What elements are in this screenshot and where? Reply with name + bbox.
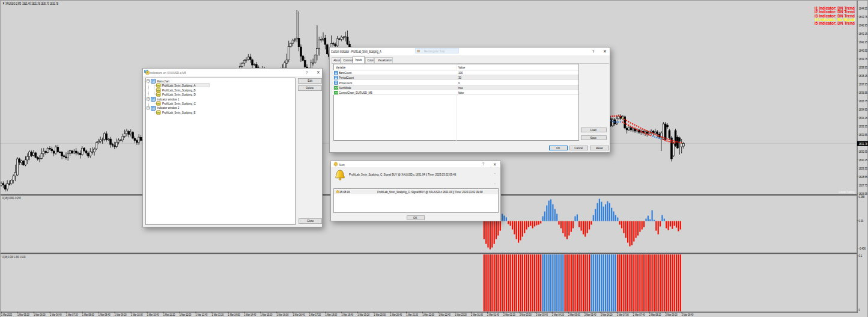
svg-text:2 Mar 07:40: 2 Mar 07:40	[633, 313, 645, 316]
svg-text:2 Mar 01:00: 2 Mar 01:00	[471, 313, 483, 316]
svg-text:2 Mar 07:00: 2 Mar 07:00	[617, 313, 629, 316]
svg-text:0.1: 0.1	[859, 254, 863, 257]
svg-text:2 Mar 05:00: 2 Mar 05:00	[568, 313, 580, 316]
svg-text:1834.15: 1834.15	[859, 116, 868, 120]
svg-text:1828.55: 1828.55	[859, 175, 868, 179]
svg-text:1 Mar 10:00: 1 Mar 10:00	[131, 313, 143, 316]
svg-text:1840.55: 1840.55	[859, 49, 868, 52]
svg-text:1 Mar 06:40: 1 Mar 06:40	[50, 313, 62, 316]
svg-text:1 Mar 22:40: 1 Mar 22:40	[439, 313, 451, 316]
svg-text:1837.35: 1837.35	[859, 82, 868, 86]
svg-text:2 Mar 02:20: 2 Mar 02:20	[503, 313, 515, 316]
svg-text:O(18) 0.000 1.000 -0.139: O(18) 0.000 1.000 -0.139	[2, 254, 26, 259]
svg-text:2 Mar 04:20: 2 Mar 04:20	[552, 313, 564, 316]
svg-text:2 Mar 06:20: 2 Mar 06:20	[601, 313, 613, 316]
svg-text:▼ XAUUSD.c,M5 1831.40 1831.78: ▼ XAUUSD.c,M5 1831.40 1831.78 1830.70 18…	[2, 1, 58, 5]
svg-text:1 Mar 09:20: 1 Mar 09:20	[115, 313, 127, 316]
svg-text:2 Mar 03:40: 2 Mar 03:40	[536, 313, 548, 316]
svg-text:2 Mar 09:00: 2 Mar 09:00	[666, 313, 678, 316]
svg-text:1833.35: 1833.35	[859, 125, 868, 128]
svg-text:1 Mar 07:20: 1 Mar 07:20	[66, 313, 78, 316]
svg-text:1838.95: 1838.95	[859, 66, 868, 69]
svg-text:1 Mar 18:40: 1 Mar 18:40	[341, 313, 353, 316]
svg-text:1 Mar 13:20: 1 Mar 13:20	[212, 313, 224, 316]
svg-text:1829.35: 1829.35	[859, 167, 868, 170]
svg-text:i5 Indicator: DN Trend: i5 Indicator: DN Trend	[815, 21, 855, 25]
svg-text:1 Mar 20:00: 1 Mar 20:00	[374, 313, 386, 316]
svg-text:0.00: 0.00	[859, 219, 864, 223]
svg-text:2 Mar 08:20: 2 Mar 08:20	[649, 313, 661, 316]
svg-text:1834.95: 1834.95	[859, 108, 868, 111]
svg-text:1 Mar 21:20: 1 Mar 21:20	[406, 313, 418, 316]
svg-text:1842.15: 1842.15	[859, 32, 868, 35]
svg-text:1 Mar 08:40: 1 Mar 08:40	[99, 313, 111, 316]
svg-text:Litoral Trading: Litoral Trading	[839, 189, 855, 194]
svg-text:1 Mar 15:20: 1 Mar 15:20	[261, 313, 273, 316]
svg-text:1 Mar 06:00: 1 Mar 06:00	[34, 313, 46, 316]
svg-text:1841.35: 1841.35	[859, 40, 868, 44]
svg-text:1 Mar 14:40: 1 Mar 14:40	[244, 313, 256, 316]
svg-text:1831.78: 1831.78	[859, 142, 868, 146]
svg-text:1844.55: 1844.55	[859, 7, 868, 10]
svg-text:1838.15: 1838.15	[859, 74, 868, 78]
svg-text:1836.55: 1836.55	[859, 91, 868, 94]
svg-text:1 Mar 2023: 1 Mar 2023	[1, 313, 12, 316]
svg-text:2 Mar 01:40: 2 Mar 01:40	[487, 313, 499, 316]
svg-text:1 Mar 16:40: 1 Mar 16:40	[293, 313, 305, 316]
svg-text:1 Mar 18:00: 1 Mar 18:00	[325, 313, 337, 316]
svg-text:1 Mar 08:00: 1 Mar 08:00	[82, 313, 94, 316]
svg-text:1 Mar 12:00: 1 Mar 12:00	[180, 313, 192, 316]
svg-text:-0.406: -0.406	[859, 247, 866, 250]
svg-text:1830.95: 1830.95	[859, 150, 868, 153]
svg-text:0.388: 0.388	[859, 195, 865, 199]
svg-text:1 Mar 05:20: 1 Mar 05:20	[17, 313, 29, 316]
svg-text:1 Mar 14:00: 1 Mar 14:00	[228, 313, 240, 316]
svg-text:1 Mar 22:00: 1 Mar 22:00	[422, 313, 434, 316]
svg-text:1843.75: 1843.75	[859, 15, 868, 19]
svg-text:1842.95: 1842.95	[859, 23, 868, 27]
svg-text:1 Mar 19:20: 1 Mar 19:20	[357, 313, 369, 316]
svg-text:1 Mar 16:00: 1 Mar 16:00	[277, 313, 289, 316]
svg-text:1 Mar 11:20: 1 Mar 11:20	[163, 313, 175, 316]
svg-text:1 Mar 20:40: 1 Mar 20:40	[390, 313, 402, 316]
svg-text:1 Mar 12:40: 1 Mar 12:40	[196, 313, 208, 316]
svg-text:1 Mar 23:20: 1 Mar 23:20	[455, 313, 467, 316]
svg-text:1 Mar 10:40: 1 Mar 10:40	[147, 313, 159, 316]
svg-text:2 Mar 05:40: 2 Mar 05:40	[584, 313, 596, 316]
svg-text:1830.15: 1830.15	[859, 158, 868, 162]
svg-text:2 Mar 09:40: 2 Mar 09:40	[682, 313, 694, 316]
svg-text:2 Mar 03:00: 2 Mar 03:00	[520, 313, 532, 316]
svg-text:1839.75: 1839.75	[859, 57, 868, 61]
svg-text:1827.75: 1827.75	[859, 183, 868, 187]
svg-text:1 Mar 17:20: 1 Mar 17:20	[309, 313, 321, 316]
svg-text:1832.55: 1832.55	[859, 133, 868, 137]
svg-text:1835.75: 1835.75	[859, 99, 868, 103]
svg-text:O(18) 0.000 -0.255: O(18) 0.000 -0.255	[2, 195, 21, 200]
